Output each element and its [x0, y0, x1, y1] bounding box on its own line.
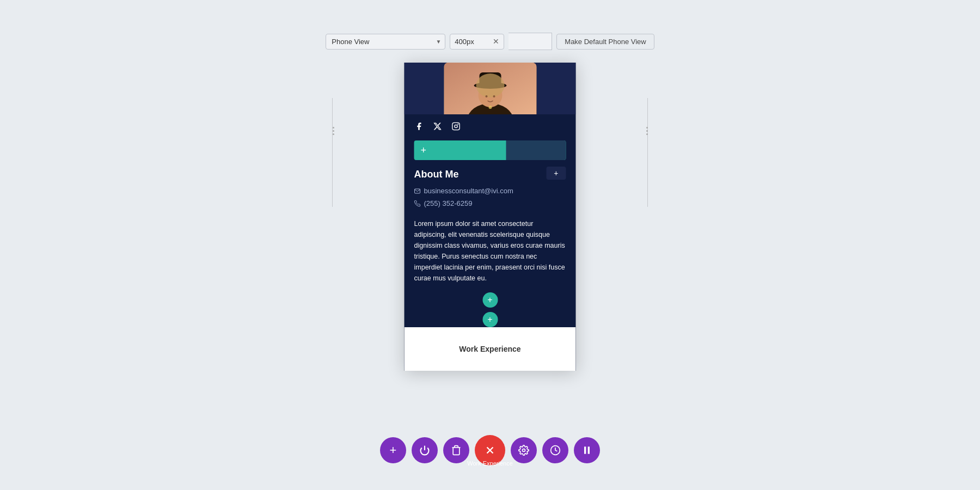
svg-point-10 [455, 125, 457, 127]
gear-button[interactable] [511, 437, 537, 463]
bio-text: Lorem ipsum dolor sit amet consectetur a… [405, 212, 576, 292]
svg-point-11 [457, 124, 458, 125]
power-icon [419, 445, 430, 456]
trash-icon [451, 445, 462, 456]
resize-dot [646, 133, 648, 135]
resize-dot [333, 133, 334, 135]
resize-dot [646, 127, 648, 128]
power-button[interactable] [412, 437, 438, 463]
profile-image [444, 63, 536, 114]
clock-icon [550, 445, 561, 456]
section-plus-icon: + [554, 169, 558, 177]
resize-dot [333, 130, 334, 132]
work-experience-label: Work Experience [459, 345, 520, 353]
close-button[interactable] [475, 435, 505, 465]
about-me-title: About Me [414, 169, 459, 180]
make-default-button[interactable]: Make Default Phone View [556, 34, 654, 50]
svg-point-5 [476, 74, 504, 97]
px-input-wrapper: ✕ [450, 34, 504, 50]
add-icon: + [421, 145, 427, 156]
gear-icon [518, 445, 529, 456]
instagram-icon[interactable] [451, 122, 461, 133]
email-row: businessconsultant@ivi.com [414, 185, 566, 197]
pause-icon [581, 445, 592, 456]
email-text: businessconsultant@ivi.com [424, 187, 513, 195]
resize-dot [646, 130, 648, 132]
profile-image-area [405, 63, 576, 114]
resize-dot [333, 127, 334, 128]
px-input[interactable] [450, 34, 488, 49]
bottom-toolbar: + Work Experience [380, 435, 600, 465]
svg-rect-18 [588, 446, 590, 454]
view-select[interactable]: Phone View Tablet View Desktop View [326, 34, 445, 50]
phone-preview: + About Me + businessconsultant@ivi.com … [405, 63, 576, 371]
close-icon [484, 444, 496, 456]
px-extra-field [509, 33, 552, 50]
svg-point-7 [493, 95, 495, 97]
clock-button[interactable] [542, 437, 568, 463]
resize-handle-left[interactable] [331, 109, 335, 152]
svg-rect-17 [584, 446, 586, 454]
facebook-icon[interactable] [414, 122, 424, 133]
phone-text: (255) 352-6259 [424, 199, 473, 207]
trash-button[interactable] [443, 437, 469, 463]
svg-rect-9 [452, 122, 460, 130]
pause-button[interactable] [574, 437, 600, 463]
floating-add-button[interactable]: + [482, 292, 498, 308]
section-header-overlay[interactable]: + [546, 167, 566, 180]
add-button[interactable]: + [380, 437, 406, 463]
profile-photo-svg [444, 63, 536, 114]
top-toolbar: Phone View Tablet View Desktop View ▼ ✕ … [0, 33, 980, 50]
svg-point-8 [488, 106, 492, 109]
email-icon [414, 188, 421, 194]
center-button-wrapper: Work Experience [475, 435, 505, 465]
contact-info: businessconsultant@ivi.com (255) 352-625… [405, 182, 576, 212]
add-content-bar[interactable]: + [414, 140, 566, 160]
add-icon: + [390, 443, 397, 457]
px-clear-button[interactable]: ✕ [488, 34, 504, 48]
twitter-x-icon[interactable] [433, 122, 443, 133]
social-icons-row [405, 114, 576, 138]
about-me-section-header: About Me + [405, 164, 576, 182]
phone-row: (255) 352-6259 [414, 197, 566, 210]
add-bar-overlay [506, 140, 566, 160]
phone-icon [414, 200, 421, 207]
resize-handle-right[interactable] [645, 109, 649, 152]
section-divider-add-button[interactable]: + [482, 312, 498, 327]
view-select-wrapper[interactable]: Phone View Tablet View Desktop View ▼ [326, 34, 445, 50]
work-experience-section: Work Experience [405, 327, 576, 371]
svg-point-15 [523, 449, 525, 452]
svg-point-6 [485, 95, 487, 97]
